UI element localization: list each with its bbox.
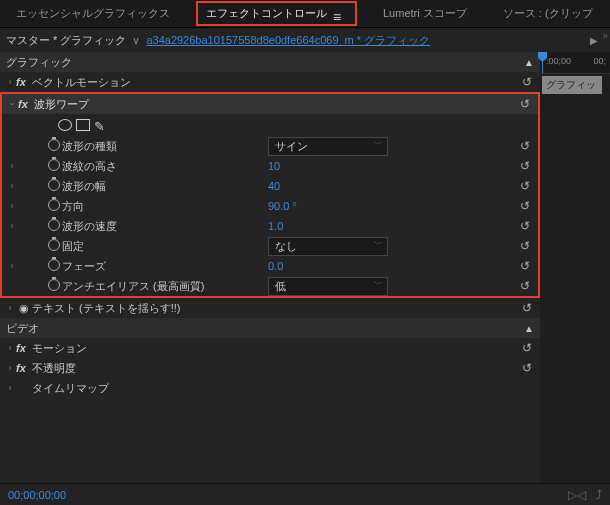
wave-type-select[interactable]: サイン	[268, 137, 388, 156]
section-graphic[interactable]: グラフィック ▲	[0, 52, 540, 72]
fx-badge[interactable]: fx	[18, 98, 34, 110]
tab-source[interactable]: ソース : (クリップ	[493, 0, 603, 27]
master-separator: ∨	[132, 34, 140, 47]
fx-opacity-row[interactable]: › fx 不透明度 ↺	[0, 358, 540, 378]
tab-effect-controls-label: エフェクトコントロール	[206, 6, 327, 21]
expand-caret[interactable]: ›	[4, 383, 16, 393]
current-timecode[interactable]: 00;00;00;00	[8, 489, 66, 501]
prop-wave-width: › 波形の幅 40 ↺	[2, 176, 538, 196]
expand-caret[interactable]: ›	[4, 343, 16, 353]
play-arrow-icon[interactable]: ▶	[590, 35, 598, 46]
reset-icon[interactable]: ↺	[520, 97, 534, 111]
play-only-icon[interactable]: ▷◁	[568, 488, 586, 502]
direction-label: 方向	[62, 199, 92, 214]
expand-caret[interactable]: ›	[4, 303, 16, 313]
prop-wave-speed: › 波形の速度 1.0 ↺	[2, 216, 538, 236]
expand-caret[interactable]: ›	[6, 181, 18, 191]
collapse-icon[interactable]: ▲	[524, 57, 534, 68]
reset-icon[interactable]: ↺	[520, 239, 534, 253]
reset-icon[interactable]: ↺	[522, 341, 536, 355]
timeline-strip[interactable]: :00;00 00; グラフィック	[540, 52, 610, 483]
fx-opacity-label: 不透明度	[32, 361, 84, 376]
prop-direction: › 方向 90.0 ° ↺	[2, 196, 538, 216]
stopwatch-icon[interactable]	[46, 139, 62, 153]
panel-tab-bar: エッセンシャルグラフィックス エフェクトコントロール Lumetri スコープ …	[0, 0, 610, 28]
stopwatch-icon[interactable]	[46, 259, 62, 273]
effect-controls-panel: グラフィック ▲ › fx ベクトルモーション ↺ › fx 波形ワープ ↺ ✎	[0, 52, 540, 483]
stopwatch-icon[interactable]	[46, 159, 62, 173]
tab-essential-graphics[interactable]: エッセンシャルグラフィックス	[6, 0, 180, 27]
ruler-tick: 00;	[593, 56, 606, 66]
antialias-select[interactable]: 低	[268, 277, 388, 296]
stopwatch-icon[interactable]	[46, 239, 62, 253]
reset-icon[interactable]: ↺	[520, 199, 534, 213]
expand-caret[interactable]: ›	[6, 261, 18, 271]
stopwatch-icon[interactable]	[46, 219, 62, 233]
expand-caret[interactable]: ›	[6, 201, 18, 211]
timeline-ruler[interactable]: :00;00 00;	[540, 52, 610, 74]
fx-vector-motion-row[interactable]: › fx ベクトルモーション ↺	[0, 72, 540, 92]
fx-text-row[interactable]: › ◉ テキスト (テキストを揺らす!!) ↺	[0, 298, 540, 318]
fx-badge[interactable]: fx	[16, 76, 32, 88]
fx-motion-row[interactable]: › fx モーション ↺	[0, 338, 540, 358]
reset-icon[interactable]: ↺	[522, 361, 536, 375]
reset-icon[interactable]: ↺	[520, 279, 534, 293]
tab-overflow-icon[interactable]: »	[602, 30, 608, 41]
footer-icons: ▷◁ ⤴	[568, 488, 602, 502]
expand-caret[interactable]: ›	[7, 98, 17, 110]
reset-icon[interactable]: ↺	[520, 259, 534, 273]
wave-height-value[interactable]: 10	[268, 160, 280, 172]
reset-icon[interactable]: ↺	[520, 159, 534, 173]
prop-wave-height: › 波紋の高さ 10 ↺	[2, 156, 538, 176]
stopwatch-icon[interactable]	[46, 199, 62, 213]
direction-value[interactable]: 90.0 °	[268, 200, 297, 212]
reset-icon[interactable]: ↺	[522, 75, 536, 89]
fx-time-remap-row[interactable]: › fx タイムリマップ	[0, 378, 540, 398]
tab-lumetri-scopes[interactable]: Lumetri スコープ	[373, 0, 477, 27]
clip-link[interactable]: a34a2926ba10157558d8e0dfe664c069_m * グラフ…	[146, 33, 430, 48]
pinning-label: 固定	[62, 239, 92, 254]
expand-caret[interactable]: ›	[6, 221, 18, 231]
fx-wave-warp-row[interactable]: › fx 波形ワープ ↺	[2, 94, 538, 114]
expand-caret[interactable]: ›	[6, 161, 18, 171]
fx-badge[interactable]: fx	[16, 362, 32, 374]
fx-motion-label: モーション	[32, 341, 95, 356]
mask-shape-toolbar: ✎	[2, 114, 538, 136]
wave-warp-highlight: › fx 波形ワープ ↺ ✎ 波形の種類 サ	[0, 92, 540, 298]
pinning-select[interactable]: なし	[268, 237, 388, 256]
tab-effect-controls-highlighted[interactable]: エフェクトコントロール	[196, 1, 357, 26]
wave-speed-label: 波形の速度	[62, 219, 125, 234]
wave-height-label: 波紋の高さ	[62, 159, 125, 174]
panel-menu-icon[interactable]	[333, 9, 347, 19]
section-video[interactable]: ビデオ ▲	[0, 318, 540, 338]
ellipse-mask-icon[interactable]	[58, 119, 72, 131]
reset-icon[interactable]: ↺	[522, 301, 536, 315]
wave-width-label: 波形の幅	[62, 179, 114, 194]
stopwatch-icon[interactable]	[46, 279, 62, 293]
visibility-icon[interactable]: ◉	[16, 302, 32, 315]
rectangle-mask-icon[interactable]	[76, 119, 90, 131]
reset-icon[interactable]: ↺	[520, 219, 534, 233]
clip-bar[interactable]: グラフィック	[542, 76, 602, 94]
stopwatch-icon[interactable]	[46, 179, 62, 193]
prop-phase: › フェーズ 0.0 ↺	[2, 256, 538, 276]
wave-speed-value[interactable]: 1.0	[268, 220, 283, 232]
fx-time-remap-label: タイムリマップ	[32, 381, 117, 396]
wave-type-label: 波形の種類	[62, 139, 125, 154]
fx-badge[interactable]: fx	[16, 342, 32, 354]
wave-width-value[interactable]: 40	[268, 180, 280, 192]
phase-value[interactable]: 0.0	[268, 260, 283, 272]
playhead[interactable]	[542, 52, 543, 73]
expand-caret[interactable]: ›	[4, 363, 16, 373]
fx-text-label: テキスト (テキストを揺らす!!)	[32, 301, 189, 316]
reset-icon[interactable]: ↺	[520, 179, 534, 193]
reset-icon[interactable]: ↺	[520, 139, 534, 153]
fx-wave-warp-label: 波形ワープ	[34, 97, 97, 112]
pen-mask-icon[interactable]: ✎	[94, 119, 108, 131]
collapse-icon[interactable]: ▲	[524, 323, 534, 334]
master-label: マスター * グラフィック	[6, 33, 126, 48]
prop-antialias: アンチエイリアス (最高画質) 低 ↺	[2, 276, 538, 296]
prop-wave-type: 波形の種類 サイン ↺	[2, 136, 538, 156]
expand-caret[interactable]: ›	[4, 77, 16, 87]
export-icon[interactable]: ⤴	[596, 488, 602, 502]
